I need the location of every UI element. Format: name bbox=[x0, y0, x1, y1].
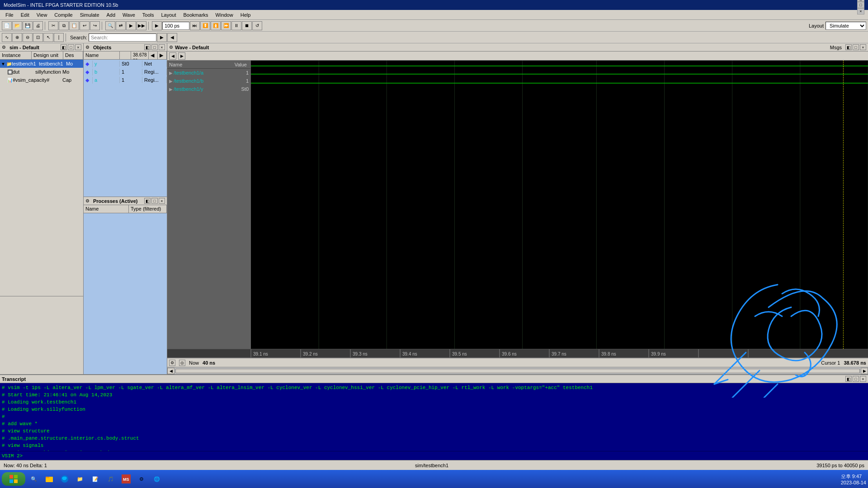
tree-row-vsim[interactable]: 📊 #vsim_capacity# Cap bbox=[0, 76, 83, 84]
transcript-header: Transcript ◧ □ × bbox=[0, 375, 868, 383]
now-value: 40 ns bbox=[203, 360, 215, 366]
marker-btn[interactable]: | bbox=[54, 33, 64, 42]
print-btn[interactable]: 🖨 bbox=[33, 21, 43, 30]
zoom-out-btn[interactable]: ⊖ bbox=[23, 33, 33, 42]
menu-add[interactable]: Add bbox=[103, 11, 119, 19]
menu-wave[interactable]: Wave bbox=[119, 11, 139, 19]
now-label: Now bbox=[189, 360, 199, 366]
step-btn[interactable]: ⏭ bbox=[190, 21, 200, 30]
processes-content bbox=[84, 213, 167, 374]
obj-close-btn[interactable]: × bbox=[159, 44, 165, 50]
stop-btn[interactable]: ⏹ bbox=[242, 21, 252, 30]
proc-close-btn[interactable]: × bbox=[159, 198, 165, 204]
reset-btn[interactable]: ↺ bbox=[252, 21, 262, 30]
menu-layout[interactable]: Layout bbox=[158, 11, 180, 19]
break-btn[interactable]: ⏸ bbox=[231, 21, 241, 30]
obj-col-nav2[interactable]: ▶ bbox=[158, 52, 167, 59]
wave-nav-left[interactable]: ◀ bbox=[169, 52, 176, 60]
menu-view[interactable]: View bbox=[33, 11, 51, 19]
scroll-thumb[interactable] bbox=[175, 369, 860, 373]
menu-help[interactable]: Help bbox=[237, 11, 255, 19]
menu-file[interactable]: File bbox=[2, 11, 17, 19]
save-btn[interactable]: 💾 bbox=[23, 21, 33, 30]
scroll-left-btn[interactable]: ◀ bbox=[167, 368, 175, 374]
close-button[interactable]: × bbox=[857, 8, 864, 14]
taskbar-search[interactable]: 🔍 bbox=[27, 472, 41, 486]
taskbar-media[interactable]: 🎵 bbox=[104, 472, 118, 486]
wave-float-btn[interactable]: □ bbox=[853, 44, 859, 50]
transcript-input-field[interactable] bbox=[24, 453, 866, 459]
wave-btn[interactable]: ∿ bbox=[2, 33, 12, 42]
menu-compile[interactable]: Compile bbox=[51, 11, 76, 19]
wave-sig-a[interactable]: ▶ /testbench1/a 1 bbox=[167, 69, 250, 77]
svg-text:39.8 ns: 39.8 ns bbox=[601, 352, 616, 357]
scroll-right-btn[interactable]: ▶ bbox=[861, 368, 868, 374]
continue-btn[interactable]: ⏩ bbox=[221, 21, 231, 30]
search-go-btn[interactable]: ▶ bbox=[157, 33, 167, 42]
time-input[interactable] bbox=[162, 22, 189, 30]
find-btn[interactable]: 🔍 bbox=[105, 21, 115, 30]
wave-sig-b[interactable]: ▶ /testbench1/b 1 bbox=[167, 77, 250, 85]
taskbar-explorer[interactable] bbox=[42, 472, 56, 486]
transcript-dock-btn[interactable]: ◧ bbox=[845, 376, 852, 382]
cut-btn[interactable]: ✂ bbox=[48, 21, 58, 30]
sim-float-btn[interactable]: □ bbox=[68, 44, 74, 50]
open-btn[interactable]: 📂 bbox=[12, 21, 22, 30]
stepin-btn[interactable]: ⏬ bbox=[200, 21, 210, 30]
sim-dock-btn[interactable]: ◧ bbox=[61, 44, 67, 50]
menu-simulate[interactable]: Simulate bbox=[76, 11, 103, 19]
menu-tools[interactable]: Tools bbox=[139, 11, 158, 19]
taskbar-files[interactable]: 📁 bbox=[73, 472, 87, 486]
search-prev-btn[interactable]: ◀ bbox=[167, 33, 177, 42]
cursor-btn[interactable]: ↖ bbox=[43, 33, 53, 42]
wave-sig-y[interactable]: ▶ /testbench1/y St0 bbox=[167, 85, 250, 93]
proc-panel-buttons: ◧ □ × bbox=[144, 198, 165, 204]
stepout-btn[interactable]: ⏫ bbox=[211, 21, 221, 30]
taskbar-modelsim[interactable]: MS bbox=[119, 472, 133, 486]
transcript-float-btn[interactable]: □ bbox=[853, 376, 859, 382]
taskbar-right: 오후 9:47 2023-08-14 bbox=[841, 473, 866, 485]
obj-col-nav1[interactable]: ◀ bbox=[149, 52, 158, 59]
wave-bot-icon1[interactable]: ⚙ bbox=[169, 360, 175, 366]
sim-run-btn[interactable]: ▶ bbox=[152, 21, 162, 30]
taskbar-notepad[interactable]: 📝 bbox=[89, 472, 102, 486]
sim-columns: Instance Design unit Des bbox=[0, 52, 83, 60]
redo-btn[interactable]: ↪ bbox=[90, 21, 100, 30]
zoom-in-btn[interactable]: ⊕ bbox=[12, 33, 22, 42]
undo-btn[interactable]: ↩ bbox=[80, 21, 90, 30]
paste-btn[interactable]: 📋 bbox=[69, 21, 79, 30]
wave-bot-icon2[interactable]: ◎ bbox=[179, 360, 185, 366]
menu-window[interactable]: Window bbox=[212, 11, 237, 19]
proc-dock-btn[interactable]: ◧ bbox=[144, 198, 151, 204]
start-button[interactable] bbox=[2, 472, 25, 486]
obj-float-btn[interactable]: □ bbox=[151, 44, 158, 50]
proc-float-btn[interactable]: □ bbox=[151, 198, 158, 204]
taskbar-browser[interactable]: 🌐 bbox=[150, 472, 164, 486]
layout-dropdown[interactable]: Simulate Debug Custom bbox=[826, 22, 866, 30]
tree-row-testbench1[interactable]: ▼ 📁 testbench1 testbench1 Mo bbox=[0, 60, 83, 68]
compileall-btn[interactable]: ▶▶ bbox=[137, 21, 146, 30]
compile-btn[interactable]: ▶ bbox=[126, 21, 136, 30]
wave-scrollbar[interactable]: ◀ ▶ bbox=[167, 367, 868, 374]
toolbar-1: 📄 📂 💾 🖨 ✂ ⧉ 📋 ↩ ↪ 🔍 ⇄ ▶ ▶▶ ▶ ⏭ ⏬ ⏫ ⏩ ⏸ ⏹… bbox=[0, 20, 868, 32]
copy-btn[interactable]: ⧉ bbox=[59, 21, 69, 30]
tree-row-dut[interactable]: 🔲 dut sillyfunction Mo bbox=[0, 68, 83, 76]
obj-dock-btn[interactable]: ◧ bbox=[144, 44, 151, 50]
wave-nav-right[interactable]: ▶ bbox=[178, 52, 185, 60]
search-input[interactable] bbox=[89, 33, 156, 42]
menu-bookmarks[interactable]: Bookmarks bbox=[180, 11, 212, 19]
obj-row-a[interactable]: ◆ a 1 Regi... bbox=[84, 76, 167, 84]
taskbar-settings[interactable]: ⚙ bbox=[135, 472, 148, 486]
replace-btn[interactable]: ⇄ bbox=[116, 21, 126, 30]
new-btn[interactable]: 📄 bbox=[2, 21, 12, 30]
wave-close-btn[interactable]: × bbox=[860, 44, 866, 50]
zoomfit-btn[interactable]: ⊡ bbox=[33, 33, 43, 42]
maximize-button[interactable]: □ bbox=[857, 2, 864, 8]
obj-row-b[interactable]: ◆ b 1 Regi... bbox=[84, 68, 167, 76]
obj-row-y[interactable]: ◆ y St0 Net bbox=[84, 60, 167, 68]
transcript-close-btn[interactable]: × bbox=[860, 376, 866, 382]
wave-dock-btn[interactable]: ◧ bbox=[845, 44, 852, 50]
taskbar-edge[interactable] bbox=[58, 472, 71, 486]
menu-edit[interactable]: Edit bbox=[17, 11, 33, 19]
sim-close-btn[interactable]: × bbox=[75, 44, 81, 50]
